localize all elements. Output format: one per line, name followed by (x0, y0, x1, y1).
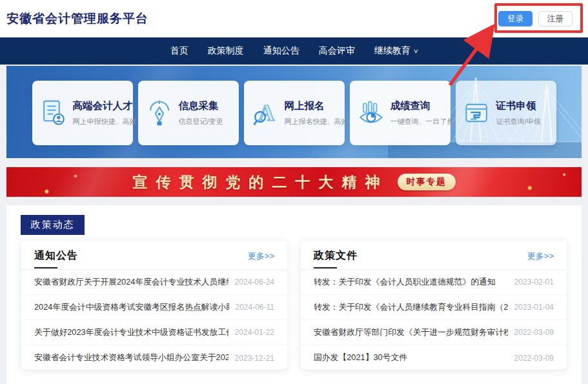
list-item-date: 2023-01-04 (514, 303, 554, 312)
list-item-title: 转发：关于印发《会计人员职业道德规范》的通知 (314, 277, 496, 288)
list-item-title: 安徽省会计专业技术资格考试领导小组办公室关于2024年度... (34, 352, 228, 363)
card-title: 成绩查询 (390, 99, 454, 113)
login-button[interactable]: 登录 (498, 11, 532, 27)
page: 安徽省会计管理服务平台 登录 注册 首页 政策制度 通知公告 高会评审 继续教育… (0, 0, 588, 384)
site-title: 安徽省会计管理服务平台 (6, 10, 148, 27)
card-title: 信息采集 (179, 99, 223, 113)
list-item[interactable]: 关于做好2023年度会计专业技术中级资格证书发放工作的通知 2024-01-22 (21, 320, 287, 345)
promo-slogan: 宣传贯彻党的二十大精神 (133, 172, 389, 192)
list-item-date: 2024-06-24 (235, 278, 274, 287)
card-info-collection[interactable]: 信息采集 信息登记/变更 (138, 81, 239, 145)
nav-label: 政策制度 (208, 45, 244, 57)
card-title: 网上报名 (285, 99, 349, 113)
list-item-date: 2022-03-09 (514, 354, 554, 363)
policy-columns: 通知公告 更多>> 安徽省财政厅关于开展2024年度会计专业技术人员继续教育..… (21, 240, 567, 370)
list-item[interactable]: 2024年度会计中级资格考试安徽考区报名热点解读小助手 2024-06-11 (21, 295, 287, 320)
notice-list-header: 通知公告 更多>> (21, 241, 287, 270)
promo-banner[interactable]: 宣传贯彻党的二十大精神 时事专题 (6, 167, 582, 197)
card-subtitle: 证书查询/申领 (496, 117, 541, 126)
list-item-title: 安徽省财政厅等部门印发《关于进一步规范财务审计秩序 促... (314, 327, 508, 338)
card-senior-accounting-talent[interactable]: 高端会计人才 网上申报快捷、高效 (32, 81, 133, 145)
card-online-registration[interactable]: A 网上报名 网上报名快捷、高效 (244, 81, 345, 145)
tab-policy-news[interactable]: 政策动态 (21, 215, 85, 235)
notice-more-link[interactable]: 更多>> (248, 250, 274, 262)
document-person-icon (40, 99, 67, 127)
hero-banner: 高端会计人才 网上申报快捷、高效 信息采集 信息登记/变更 (6, 66, 582, 158)
pen-nib-icon (146, 99, 173, 127)
card-text: 高端会计人才 网上申报快捷、高效 (73, 99, 137, 126)
list-item-date: 2024-01-22 (235, 328, 274, 337)
list-item-date: 2024-06-11 (236, 303, 275, 312)
policy-more-link[interactable]: 更多>> (527, 250, 554, 262)
card-score-inquiry[interactable]: 成绩查询 一键查询、一目了然 (350, 81, 451, 145)
main-nav: 首页 政策制度 通知公告 高会评审 继续教育 ∨ (0, 37, 588, 65)
card-text: 信息采集 信息登记/变更 (179, 99, 223, 126)
list-item-date: 2023-02-01 (514, 278, 554, 287)
register-button[interactable]: 注册 (538, 11, 573, 27)
card-subtitle: 网上申报快捷、高效 (73, 117, 137, 126)
service-cards: 高端会计人才 网上申报快捷、高效 信息采集 信息登记/变更 (6, 81, 582, 145)
nav-label: 通知公告 (263, 45, 299, 57)
card-text: 网上报名 网上报名快捷、高效 (285, 99, 349, 126)
list-item[interactable]: 安徽省会计专业技术资格考试领导小组办公室关于2024年度... 2023-12-… (21, 345, 287, 370)
card-text: 成绩查询 一键查询、一目了然 (390, 99, 454, 126)
list-item[interactable]: 安徽省财政厅关于开展2024年度会计专业技术人员继续教育... 2024-06-… (21, 270, 287, 295)
card-subtitle: 一键查询、一目了然 (390, 117, 454, 126)
policy-list-title: 政策文件 (314, 249, 358, 263)
nav-item-senior-review[interactable]: 高会评审 (319, 45, 355, 57)
nav-item-policy-system[interactable]: 政策制度 (208, 45, 244, 57)
notice-list-title: 通知公告 (34, 249, 78, 263)
list-item-title: 关于做好2023年度会计专业技术中级资格证书发放工作的通知 (34, 327, 228, 338)
certificate-icon (463, 99, 491, 127)
nav-label: 首页 (170, 45, 188, 57)
card-subtitle: 信息登记/变更 (179, 117, 223, 126)
list-item[interactable]: 转发：关于印发《会计人员职业道德规范》的通知 2023-02-01 (301, 270, 567, 295)
list-item-date: 2022-03-09 (514, 328, 554, 337)
nav-item-home[interactable]: 首页 (170, 45, 188, 57)
eye-chart-icon (358, 99, 385, 127)
list-item-title: 国办发【2021】30号文件 (314, 352, 407, 363)
list-item[interactable]: 转发：关于印发《会计人员继续教育专业科目指南（2022年... 2023-01-… (301, 295, 567, 320)
nav-label: 继续教育 (374, 45, 411, 57)
policy-panel: 政策动态 通知公告 更多>> 安徽省财政厅关于开展2024年度会计专业技术人员继… (6, 205, 582, 384)
nav-item-continuing-education[interactable]: 继续教育 ∨ (374, 45, 418, 57)
site-header: 安徽省会计管理服务平台 登录 注册 (0, 0, 588, 37)
card-subtitle: 网上报名快捷、高效 (285, 117, 349, 126)
promo-badge[interactable]: 时事专题 (398, 174, 456, 190)
list-item[interactable]: 国办发【2021】30号文件 2022-03-09 (301, 345, 567, 370)
list-item-date: 2023-12-21 (235, 354, 274, 363)
policy-list-header: 政策文件 更多>> (301, 241, 567, 270)
letter-a-search-icon: A (252, 99, 279, 127)
notice-list-card: 通知公告 更多>> 安徽省财政厅关于开展2024年度会计专业技术人员继续教育..… (21, 240, 288, 370)
list-item-title: 转发：关于印发《会计人员继续教育专业科目指南（2022年... (314, 302, 508, 313)
nav-item-notices[interactable]: 通知公告 (263, 45, 299, 57)
card-certificate-claim[interactable]: 证书申领 证书查询/申领 (456, 81, 556, 145)
list-item[interactable]: 安徽省财政厅等部门印发《关于进一步规范财务审计秩序 促... 2022-03-0… (301, 320, 567, 345)
card-title: 高端会计人才 (73, 99, 137, 113)
policy-list-card: 政策文件 更多>> 转发：关于印发《会计人员职业道德规范》的通知 2023-02… (300, 240, 567, 370)
list-item-title: 安徽省财政厅关于开展2024年度会计专业技术人员继续教育... (34, 277, 228, 288)
list-item-title: 2024年度会计中级资格考试安徽考区报名热点解读小助手 (34, 302, 229, 313)
card-text: 证书申领 证书查询/申领 (496, 99, 541, 126)
auth-buttons: 登录 注册 (498, 11, 573, 27)
nav-label: 高会评审 (319, 45, 355, 57)
chevron-down-icon: ∨ (412, 48, 418, 54)
card-title: 证书申领 (496, 99, 541, 113)
